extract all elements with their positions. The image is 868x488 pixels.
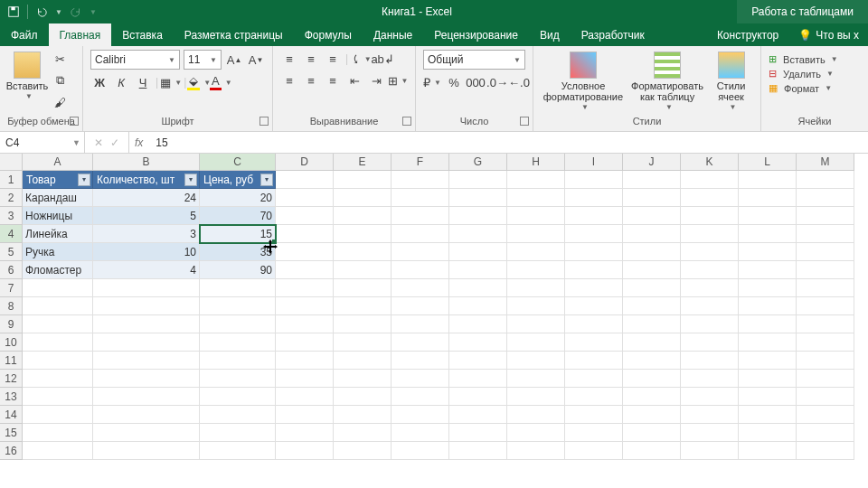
cell-H4[interactable] <box>507 225 565 243</box>
row-header-4[interactable]: 4 <box>0 225 23 243</box>
cell-E3[interactable] <box>334 207 392 225</box>
cell-C6[interactable]: 90 <box>200 261 276 279</box>
cell-C13[interactable] <box>200 388 276 406</box>
cell-G5[interactable] <box>449 243 507 261</box>
col-header-K[interactable]: K <box>681 154 739 171</box>
cell-G7[interactable] <box>449 279 507 297</box>
redo-icon[interactable] <box>70 5 82 18</box>
cell-D9[interactable] <box>276 315 334 333</box>
cell-J16[interactable] <box>623 442 681 460</box>
cell-M12[interactable] <box>797 370 854 388</box>
cell-A6[interactable]: Фломастер <box>23 261 93 279</box>
cell-J15[interactable] <box>623 424 681 442</box>
cell-C2[interactable]: 20 <box>200 189 276 207</box>
align-bottom-button[interactable]: ≡ <box>324 50 342 68</box>
tab-review[interactable]: Рецензирование <box>423 23 529 46</box>
cell-H2[interactable] <box>507 189 565 207</box>
cell-L2[interactable] <box>739 189 797 207</box>
cell-B13[interactable] <box>93 388 200 406</box>
cell-L9[interactable] <box>739 315 797 333</box>
cell-J10[interactable] <box>623 333 681 352</box>
cell-D6[interactable] <box>276 261 334 279</box>
cell-K1[interactable] <box>681 171 739 189</box>
col-header-E[interactable]: E <box>334 154 392 171</box>
copy-button[interactable]: ⧉ <box>51 71 69 89</box>
cell-J11[interactable] <box>623 352 681 370</box>
cell-C1[interactable]: Цена, руб▾ <box>200 171 276 189</box>
cell-F9[interactable] <box>392 315 449 333</box>
cell-F4[interactable] <box>392 225 449 243</box>
cell-H1[interactable] <box>507 171 565 189</box>
row-header-9[interactable]: 9 <box>0 315 23 333</box>
cell-K2[interactable] <box>681 189 739 207</box>
cell-H9[interactable] <box>507 315 565 333</box>
cell-F11[interactable] <box>392 352 449 370</box>
cell-A5[interactable]: Ручка <box>23 243 93 261</box>
cell-C10[interactable] <box>200 333 276 352</box>
cell-L8[interactable] <box>739 297 797 315</box>
cell-I7[interactable] <box>565 279 623 297</box>
cell-D1[interactable] <box>276 171 334 189</box>
chevron-down-icon[interactable]: ▼ <box>72 138 80 147</box>
cell-B7[interactable] <box>93 279 200 297</box>
conditional-formatting-button[interactable]: Условное форматирование▼ <box>541 50 626 112</box>
cell-L14[interactable] <box>739 406 797 424</box>
cell-J3[interactable] <box>623 207 681 225</box>
cell-A2[interactable]: Карандаш <box>23 189 93 207</box>
cell-I13[interactable] <box>565 388 623 406</box>
cell-E11[interactable] <box>334 352 392 370</box>
cell-G8[interactable] <box>449 297 507 315</box>
cell-E1[interactable] <box>334 171 392 189</box>
cell-A11[interactable] <box>23 352 93 370</box>
cell-E16[interactable] <box>334 442 392 460</box>
cell-M7[interactable] <box>797 279 854 297</box>
cell-M9[interactable] <box>797 315 854 333</box>
col-header-I[interactable]: I <box>565 154 623 171</box>
cell-F15[interactable] <box>392 424 449 442</box>
cell-H15[interactable] <box>507 424 565 442</box>
row-header-2[interactable]: 2 <box>0 189 23 207</box>
bold-button[interactable]: Ж <box>90 73 108 91</box>
cell-B2[interactable]: 24 <box>93 189 200 207</box>
cell-D5[interactable] <box>276 243 334 261</box>
cell-G15[interactable] <box>449 424 507 442</box>
cell-E8[interactable] <box>334 297 392 315</box>
dialog-launcher-icon[interactable] <box>70 117 79 126</box>
cell-A1[interactable]: Товар▾ <box>23 171 93 189</box>
format-painter-button[interactable]: 🖌 <box>51 93 69 111</box>
cell-K12[interactable] <box>681 370 739 388</box>
cell-F3[interactable] <box>392 207 449 225</box>
tab-data[interactable]: Данные <box>363 23 423 46</box>
cell-A3[interactable]: Ножницы <box>23 207 93 225</box>
col-header-C[interactable]: C <box>200 154 276 171</box>
cell-H14[interactable] <box>507 406 565 424</box>
cell-F8[interactable] <box>392 297 449 315</box>
undo-icon[interactable] <box>35 5 48 18</box>
cell-G10[interactable] <box>449 333 507 352</box>
currency-button[interactable]: ₽▼ <box>423 73 441 91</box>
cell-K13[interactable] <box>681 388 739 406</box>
cell-A12[interactable] <box>23 370 93 388</box>
cell-M3[interactable] <box>797 207 854 225</box>
filter-button[interactable]: ▾ <box>78 174 90 186</box>
align-right-button[interactable]: ≡ <box>324 71 342 89</box>
cell-H7[interactable] <box>507 279 565 297</box>
cell-L15[interactable] <box>739 424 797 442</box>
cell-K7[interactable] <box>681 279 739 297</box>
cell-I5[interactable] <box>565 243 623 261</box>
cell-L1[interactable] <box>739 171 797 189</box>
cell-E7[interactable] <box>334 279 392 297</box>
italic-button[interactable]: К <box>112 73 130 91</box>
cell-B15[interactable] <box>93 424 200 442</box>
delete-cells-button[interactable]: ⊟ Удалить▼ <box>769 68 834 80</box>
row-header-13[interactable]: 13 <box>0 388 23 406</box>
select-all-button[interactable] <box>0 154 23 171</box>
cell-I16[interactable] <box>565 442 623 460</box>
col-header-J[interactable]: J <box>623 154 681 171</box>
merge-button[interactable]: ⊞▼ <box>389 71 407 89</box>
cell-E5[interactable] <box>334 243 392 261</box>
cell-G12[interactable] <box>449 370 507 388</box>
cell-M2[interactable] <box>797 189 854 207</box>
cell-H8[interactable] <box>507 297 565 315</box>
row-header-5[interactable]: 5 <box>0 243 23 261</box>
